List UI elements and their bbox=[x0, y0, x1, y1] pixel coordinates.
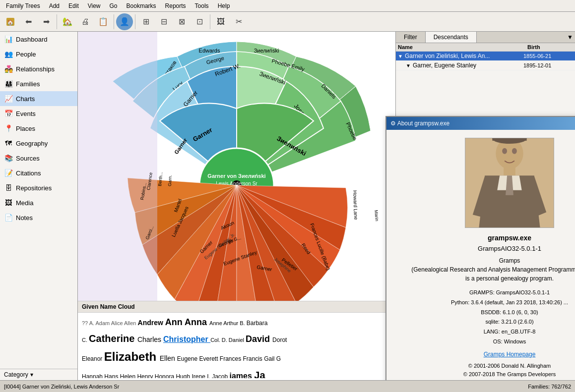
toolbar-print-btn[interactable]: 🖨 bbox=[77, 13, 94, 30]
main-layout: 📊 Dashboard 👥 People 💑 Relationships 👨‍👩… bbox=[0, 32, 575, 380]
toolbar-sep2 bbox=[114, 14, 114, 29]
panel-column-headers: Name Birth bbox=[396, 43, 575, 52]
sidebar-item-repositories[interactable]: 🗄 Repositories bbox=[0, 180, 77, 195]
sidebar-label-people: People bbox=[16, 51, 36, 58]
notes-icon: 📄 bbox=[4, 213, 13, 222]
toolbar-grid2-btn[interactable]: ⊟ bbox=[155, 13, 172, 30]
sidebar-item-events[interactable]: 📅 Events bbox=[0, 106, 77, 121]
sidebar-label-repositories: Repositories bbox=[16, 184, 52, 192]
sidebar-item-relationships[interactable]: 💑 Relationships bbox=[0, 61, 77, 76]
menu-help[interactable]: Help bbox=[214, 1, 234, 10]
toolbar-home2-btn[interactable]: 🏡 bbox=[59, 13, 76, 30]
python-version: Python: 3.6.4 (default, Jan 23 2018, 13:… bbox=[451, 298, 568, 308]
tab-filter[interactable]: Filter bbox=[396, 32, 426, 43]
menubar: Family Trees Add Edit View Go Bookmarks … bbox=[0, 0, 575, 12]
content-area: Шестаков Edwards Зиелиński Lucy George P… bbox=[78, 32, 575, 380]
about-exe-name: grampsw.exe bbox=[488, 234, 531, 242]
sidebar-item-people[interactable]: 👥 People bbox=[0, 47, 77, 61]
sidebar-item-dashboard[interactable]: 📊 Dashboard bbox=[0, 32, 77, 47]
gramps-homepage-link[interactable]: Gramps Homepage bbox=[484, 351, 536, 358]
dialog-titlebar: ⚙ About grampsw.exe ✕ bbox=[386, 117, 575, 130]
sqlite-version: sqlite: 3.21.0 (2.6.0) bbox=[451, 317, 568, 327]
tab-descendants[interactable]: Descendants bbox=[426, 32, 477, 43]
toolbar-person-btn[interactable]: 👤 bbox=[116, 13, 133, 30]
sidebar-label-events: Events bbox=[16, 110, 36, 117]
sidebar-label-notes: Notes bbox=[16, 214, 33, 222]
copyright2: © 2007-2018 The Gramps Developers bbox=[463, 370, 556, 379]
toolbar-grid1-btn[interactable]: ⊞ bbox=[137, 13, 154, 30]
person-name: Garner, Eugene Stanley bbox=[413, 62, 523, 69]
expand-icon[interactable]: ▼ bbox=[406, 63, 413, 68]
sidebar-item-citations[interactable]: 📝 Citations bbox=[0, 166, 77, 180]
sources-icon: 📚 bbox=[4, 154, 13, 163]
svg-text:Garner von Зиелиński: Garner von Зиелиński bbox=[207, 173, 265, 179]
menu-go[interactable]: Go bbox=[106, 1, 122, 10]
dialog-body: grampsw.exe GrampsAIO32-5.0.1-1 Gramps (… bbox=[386, 130, 575, 380]
toolbar-clipboard-btn[interactable]: 📋 bbox=[95, 13, 112, 30]
svg-text:Marin: Marin bbox=[374, 210, 380, 221]
menu-tools[interactable]: Tools bbox=[191, 1, 213, 10]
menu-bookmarks[interactable]: Bookmarks bbox=[123, 1, 160, 10]
svg-text:Garn.: Garn. bbox=[167, 175, 173, 186]
sidebar-item-geography[interactable]: 🗺 Geography bbox=[0, 136, 77, 151]
toolbar-forward-btn[interactable]: ➡ bbox=[38, 13, 55, 30]
dashboard-icon: 📊 bbox=[4, 35, 13, 44]
expand-icon[interactable]: ▼ bbox=[398, 54, 405, 59]
os: OS: Windows bbox=[451, 337, 568, 347]
toolbar-image-btn[interactable]: 🖼 bbox=[212, 13, 229, 30]
statusbar-left: [I0044] Garner von Zieliński, Lewis Ande… bbox=[4, 384, 119, 390]
menu-family-trees[interactable]: Family Trees bbox=[2, 1, 44, 10]
people-icon: 👥 bbox=[4, 50, 13, 58]
menu-view[interactable]: View bbox=[84, 1, 105, 10]
toolbar-back-btn[interactable]: ⬅ bbox=[20, 13, 37, 30]
toolbar: 🏠 ⬅ ➡ 🏡 🖨 📋 👤 ⊞ ⊟ ⊠ ⊡ 🖼 ✂ bbox=[0, 12, 575, 32]
sidebar-item-notes[interactable]: 📄 Notes bbox=[0, 210, 77, 225]
sidebar-item-places[interactable]: 📍 Places bbox=[0, 121, 77, 136]
toolbar-home-btn[interactable]: 🏠 bbox=[2, 13, 19, 30]
sidebar-item-families[interactable]: 👨‍👩‍👧 Families bbox=[0, 76, 77, 91]
sidebar-item-media[interactable]: 🖼 Media bbox=[0, 195, 77, 210]
about-photo bbox=[465, 138, 554, 228]
dialog-title-text: About grampsw.exe bbox=[397, 120, 449, 127]
category-bar[interactable]: Category ▾ bbox=[0, 369, 77, 380]
category-label: Category bbox=[4, 371, 28, 378]
charts-icon: 📈 bbox=[4, 94, 13, 103]
table-row[interactable]: ▼ Garner, Eugene Stanley 1895-12-01 bbox=[396, 61, 575, 70]
chart-container[interactable]: Шестаков Edwards Зиелиński Lucy George P… bbox=[78, 32, 395, 344]
toolbar-grid4-btn[interactable]: ⊡ bbox=[191, 13, 208, 30]
menu-reports[interactable]: Reports bbox=[161, 1, 190, 10]
toolbar-sep4 bbox=[210, 14, 210, 29]
dialog-title-icon: ⚙ bbox=[390, 120, 396, 127]
media-icon: 🖼 bbox=[4, 198, 13, 207]
table-row[interactable]: ▼ Garner von Zieliński, Lewis An... 1855… bbox=[396, 52, 575, 61]
svg-text:Зиелиński: Зиелиński bbox=[254, 48, 279, 54]
menu-edit[interactable]: Edit bbox=[64, 1, 83, 10]
name-cloud-content[interactable]: ?? A. Adam Alice Allen Andrew Ann Anna A… bbox=[78, 313, 395, 378]
toolbar-grid3-btn[interactable]: ⊠ bbox=[173, 13, 190, 30]
svg-rect-46 bbox=[504, 167, 515, 175]
geography-icon: 🗺 bbox=[4, 139, 13, 148]
toolbar-sep1 bbox=[57, 14, 57, 29]
menu-add[interactable]: Add bbox=[45, 1, 64, 10]
person-birth: 1895-12-01 bbox=[523, 62, 573, 68]
panel-collapse-btn[interactable]: ▼ bbox=[567, 34, 573, 41]
svg-text:Howard Lane: Howard Lane bbox=[352, 190, 359, 220]
sidebar-item-sources[interactable]: 📚 Sources bbox=[0, 151, 77, 166]
gramps-version: GRAMPS: GrampsAIO32-5.0.1-1 bbox=[451, 288, 568, 298]
places-icon: 📍 bbox=[4, 124, 13, 133]
repositories-icon: 🗄 bbox=[4, 183, 13, 192]
toolbar-cut-btn[interactable]: ✂ bbox=[230, 13, 247, 30]
svg-point-47 bbox=[502, 148, 507, 154]
person-name: Garner von Zieliński, Lewis An... bbox=[405, 53, 523, 59]
about-version: GrampsAIO32-5.0.1-1 bbox=[478, 245, 541, 252]
toolbar-sep3 bbox=[135, 14, 135, 29]
sidebar-label-citations: Citations bbox=[16, 169, 41, 177]
person-birth: 1855-06-21 bbox=[523, 53, 573, 59]
lang: LANG: en_GB.UTF-8 bbox=[451, 327, 568, 337]
sidebar-item-charts[interactable]: 📈 Charts bbox=[0, 91, 77, 106]
relationships-icon: 💑 bbox=[4, 64, 13, 73]
name-cloud-area: Given Name Cloud ?? A. Adam Alice Allen … bbox=[78, 301, 395, 380]
about-copyright: © 2001-2006 Donald N. Allingham © 2007-2… bbox=[463, 362, 556, 379]
right-panel-tabs: Filter Descendants ▼ bbox=[396, 32, 575, 43]
about-description: Gramps (Genealogical Research and Analys… bbox=[411, 256, 575, 283]
